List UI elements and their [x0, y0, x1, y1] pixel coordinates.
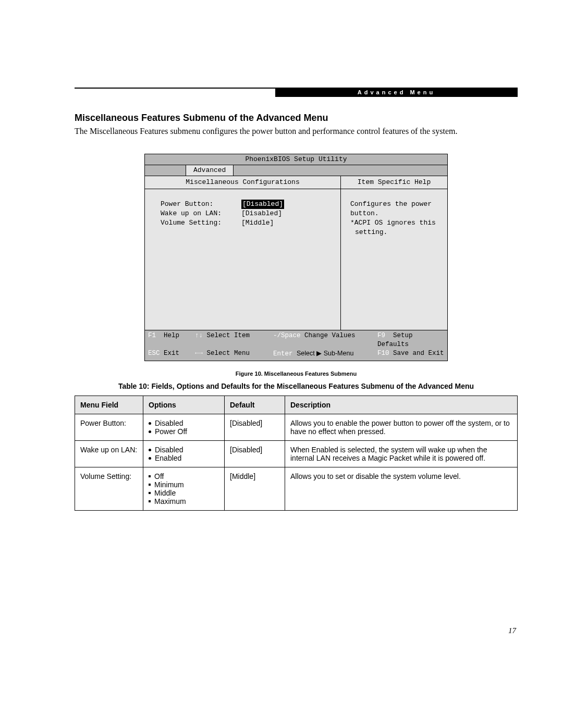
- bios-field-value-selected[interactable]: [Disabled]: [241, 200, 284, 209]
- bios-footer-row: ESC Exit ←→ Select Menu Enter Select ▶ S…: [148, 349, 444, 359]
- bios-field-value[interactable]: [Disabled]: [241, 209, 282, 218]
- bios-help-line: *ACPI OS ignores this: [350, 218, 438, 228]
- table-cell-menu: Volume Setting:: [75, 467, 143, 511]
- bios-left-heading: Miscellaneous Configurations: [145, 176, 340, 189]
- table-cell-menu: Power Button:: [75, 414, 143, 441]
- document-page: Advanced Menu Miscellaneous Features Sub…: [0, 0, 563, 728]
- table-cell-default: [Middle]: [225, 467, 285, 511]
- table-header-row: Menu Field Options Default Description: [75, 396, 518, 414]
- bios-key: -/Space: [273, 332, 301, 339]
- table-header: Menu Field: [75, 396, 143, 414]
- option-item: Minimum: [149, 480, 219, 489]
- bios-field-label: Wake up on LAN:: [161, 209, 241, 218]
- bios-title: PhoenixBIOS Setup Utility: [145, 154, 447, 165]
- section-tag: Advanced Menu: [275, 88, 518, 97]
- option-item: Off: [149, 472, 219, 480]
- table-header: Description: [285, 396, 518, 414]
- option-item: Power Off: [149, 427, 219, 436]
- bios-fields: Power Button: [Disabled] Wake up on LAN:…: [145, 189, 340, 330]
- table-row: Power Button: Disabled Power Off [Disabl…: [75, 414, 518, 441]
- bios-left-column: Miscellaneous Configurations Power Butto…: [145, 176, 341, 330]
- option-item: Middle: [149, 489, 219, 497]
- fields-table: Menu Field Options Default Description P…: [75, 396, 518, 511]
- bios-help-line: Configures the power button.: [350, 200, 438, 218]
- bios-key-label: Exit: [164, 350, 179, 357]
- table-caption: Table 10: Fields, Options and Defaults f…: [75, 382, 518, 390]
- bios-key-label: Select Menu: [207, 350, 250, 357]
- table-cell-default: [Disabled]: [225, 414, 285, 441]
- bios-field-label: Volume Setting:: [161, 218, 241, 228]
- table-cell-options: Off Minimum Middle Maximum: [143, 467, 225, 511]
- option-item: Maximum: [149, 497, 219, 505]
- bios-field-value[interactable]: [Middle]: [241, 218, 274, 228]
- bios-field-wake-on-lan[interactable]: Wake up on LAN: [Disabled]: [161, 209, 335, 218]
- table-cell-default: [Disabled]: [225, 441, 285, 467]
- bios-key: F9: [377, 332, 385, 339]
- bios-key: F10: [377, 350, 389, 357]
- table-cell-description: When Enabled is selected, the system wil…: [285, 441, 518, 467]
- table-header: Default: [225, 396, 285, 414]
- table-cell-description: Allows you to enable the power button to…: [285, 414, 518, 441]
- table-cell-menu: Wake up on LAN:: [75, 441, 143, 467]
- bios-key-label: Save and Exit: [393, 350, 444, 357]
- page-number: 17: [508, 626, 516, 635]
- bios-footer-row: F1 Help ↑↓ Select Item -/Space Change Va…: [148, 331, 444, 349]
- option-item: Disabled: [149, 419, 219, 427]
- bios-screen: PhoenixBIOS Setup Utility Advanced Misce…: [144, 154, 448, 361]
- section-heading: Miscellaneous Features Submenu of the Ad…: [75, 113, 518, 124]
- bios-key: F1: [148, 332, 156, 339]
- bios-field-label: Power Button:: [161, 200, 241, 209]
- bios-right-heading: Item Specific Help: [341, 176, 447, 189]
- bios-key-label: Select ▶ Sub-Menu: [297, 350, 353, 357]
- table-cell-description: Allows you to set or disable the system …: [285, 467, 518, 511]
- option-item: Disabled: [149, 446, 219, 454]
- bios-field-volume-setting[interactable]: Volume Setting: [Middle]: [161, 218, 335, 228]
- bios-tab-advanced[interactable]: Advanced: [186, 165, 234, 176]
- table-cell-options: Disabled Power Off: [143, 414, 225, 441]
- option-item: Enabled: [149, 454, 219, 462]
- bios-tab-bar: Advanced: [145, 165, 447, 176]
- table-row: Volume Setting: Off Minimum Middle Maxim…: [75, 467, 518, 511]
- bios-footer: F1 Help ↑↓ Select Item -/Space Change Va…: [145, 330, 447, 361]
- bios-help-text: Configures the power button. *ACPI OS ig…: [341, 189, 447, 330]
- figure-caption: Figure 10. Miscellaneous Features Submen…: [75, 371, 518, 377]
- body-column: Miscellaneous Features Submenu of the Ad…: [75, 113, 518, 511]
- bios-key: ↑↓: [195, 332, 203, 339]
- bios-field-power-button[interactable]: Power Button: [Disabled]: [161, 200, 335, 209]
- bios-key: ←→: [195, 350, 203, 357]
- bios-key: Enter: [273, 350, 293, 357]
- bios-key-label: Help: [164, 332, 179, 339]
- table-cell-options: Disabled Enabled: [143, 441, 225, 467]
- table-row: Wake up on LAN: Disabled Enabled [Disabl…: [75, 441, 518, 467]
- bios-right-column: Item Specific Help Configures the power …: [341, 176, 447, 330]
- bios-key-label: Select Item: [207, 332, 250, 339]
- bios-help-line: setting.: [350, 228, 438, 237]
- table-header: Options: [143, 396, 225, 414]
- bios-key-label: Change Values: [304, 332, 356, 339]
- bios-key: ESC: [148, 350, 160, 357]
- section-intro: The Miscellaneous Features submenu confi…: [75, 127, 518, 136]
